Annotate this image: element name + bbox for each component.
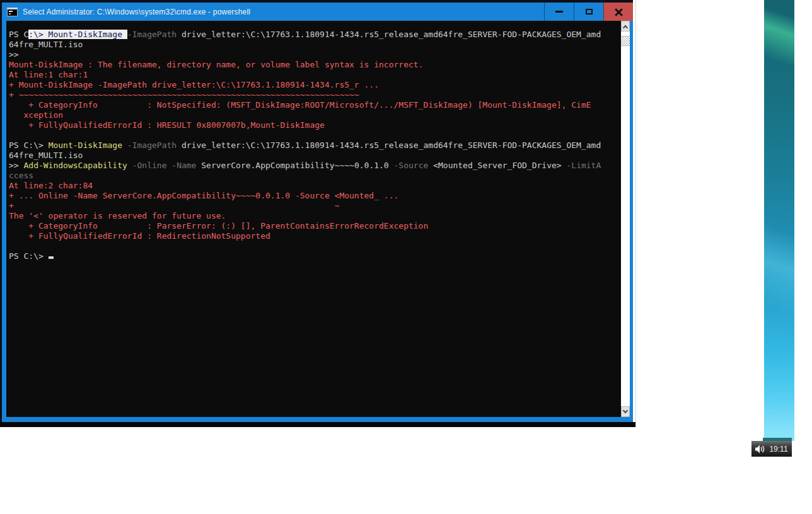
console-line: + ... Online -Name ServerCore.AppCompati…: [9, 191, 621, 201]
tray-clock[interactable]: 19:11: [769, 445, 787, 454]
powershell-window: Select Administrator: C:\Windows\system3…: [0, 0, 633, 422]
console-line: 64fre_MULTI.iso: [9, 40, 621, 50]
console-line: + ~~~~~~~~~~~~~~~~~~~~~~~~~~~~~~~~~~~~~~…: [9, 90, 621, 100]
desktop: Select Administrator: C:\Windows\system3…: [0, 0, 812, 514]
console-line: + ~: [9, 201, 621, 211]
maximize-button[interactable]: [574, 3, 603, 21]
close-button[interactable]: [603, 3, 633, 21]
scroll-down-button[interactable]: [621, 406, 630, 417]
scroll-up-button[interactable]: [621, 21, 630, 31]
system-tray[interactable]: 19:11: [751, 441, 792, 457]
console-line: >> Add-WindowsCapability -Online -Name S…: [9, 161, 621, 171]
console-line: + FullyQualifiedErrorId : HRESULT 0x8007…: [9, 120, 621, 130]
close-icon: [614, 8, 623, 16]
taskbar-strip: [0, 422, 644, 427]
console-line: PS C:\>: [9, 251, 621, 261]
console-line: ccess: [9, 171, 621, 181]
window-left-edge: [0, 0, 2, 422]
console-line: + CategoryInfo : ParserError: (:) [], Pa…: [9, 221, 621, 231]
window-controls: [544, 3, 633, 21]
console-line: [9, 130, 621, 140]
console-line: Mount-DiskImage : The filename, director…: [9, 60, 621, 70]
console-line: >>: [9, 50, 621, 60]
console-text: PS C:\> Mount-DiskImage -ImagePath drive…: [9, 30, 621, 261]
console-line: + FullyQualifiedErrorId : RedirectionNot…: [9, 231, 621, 241]
console-line: + CategoryInfo : NotSpecified: (MSFT_Dis…: [9, 100, 621, 110]
titlebar[interactable]: Select Administrator: C:\Windows\system3…: [2, 3, 633, 21]
speaker-icon[interactable]: [755, 445, 765, 454]
desktop-wallpaper: [764, 0, 794, 441]
scroll-thumb[interactable]: [621, 36, 630, 46]
chevron-down-icon: [623, 408, 628, 413]
console-line: + Mount-DiskImage -ImagePath drive_lette…: [9, 80, 621, 90]
console-line: At line:1 char:1: [9, 70, 621, 80]
console-line: xception: [9, 110, 621, 120]
console-line: PS C:\> Mount-DiskImage -ImagePath drive…: [9, 140, 621, 151]
scroll-track[interactable]: [621, 31, 630, 406]
console-line: At line:2 char:84: [9, 181, 621, 191]
window-title: Select Administrator: C:\Windows\system3…: [23, 8, 544, 16]
console-output[interactable]: PS C:\> Mount-DiskImage -ImagePath drive…: [6, 21, 621, 417]
console-line: PS C:\> Mount-DiskImage -ImagePath drive…: [9, 30, 621, 40]
minimize-icon: [555, 11, 563, 13]
cmd-icon: [7, 8, 18, 16]
maximize-icon: [586, 9, 593, 14]
terminal-body: PS C:\> Mount-DiskImage -ImagePath drive…: [6, 21, 630, 417]
console-line: [9, 241, 621, 251]
minimize-button[interactable]: [544, 3, 574, 21]
console-line: 64fre_MULTI.iso: [9, 151, 621, 161]
console-line: The '<' operator is reserved for future …: [9, 211, 621, 221]
chevron-up-icon: [623, 25, 628, 30]
scrollbar[interactable]: [621, 21, 630, 417]
white-panel: [635, 0, 764, 427]
